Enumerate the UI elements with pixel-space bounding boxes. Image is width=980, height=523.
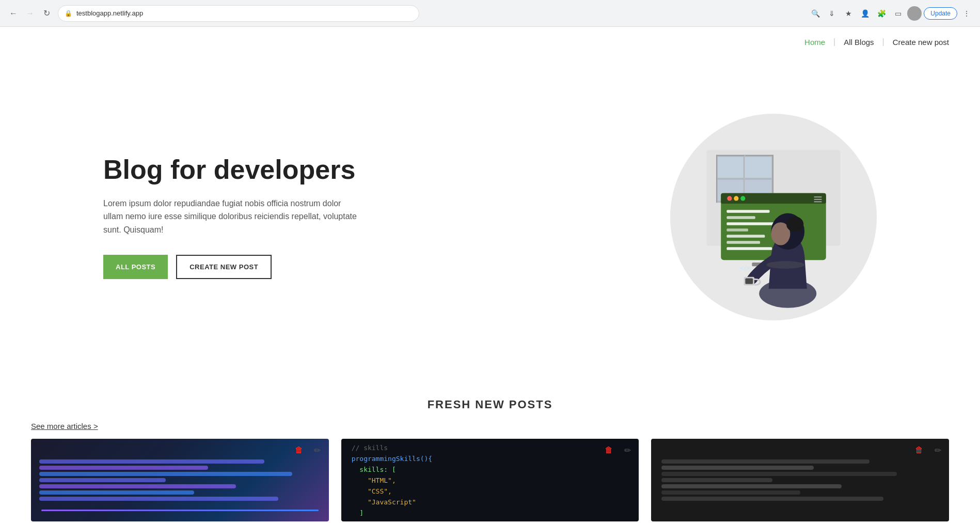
svg-rect-23 — [726, 228, 748, 232]
back-button[interactable]: ← — [6, 6, 21, 21]
search-icon-btn[interactable]: 🔍 — [808, 6, 823, 21]
post-card-1[interactable]: 🗑 ✏ — [31, 439, 329, 521]
hero-section: Blog for developers Lorem ipsum dolor re… — [0, 57, 980, 377]
svg-rect-20 — [726, 210, 769, 213]
svg-rect-25 — [726, 241, 760, 244]
nav-home[interactable]: Home — [804, 38, 825, 47]
svg-rect-32 — [745, 278, 753, 284]
code-line — [39, 472, 292, 476]
code-body-open: skills: [ — [352, 466, 629, 473]
forward-button[interactable]: → — [23, 6, 37, 21]
update-button[interactable]: Update — [924, 7, 957, 20]
nav-create-post[interactable]: Create new post — [893, 38, 949, 47]
code-line — [39, 459, 264, 464]
delete-post-1-button[interactable]: 🗑 — [292, 443, 306, 457]
svg-rect-22 — [726, 222, 779, 225]
browser-nav-buttons: ← → ↻ — [6, 6, 54, 21]
code-line — [39, 497, 278, 501]
post-card-2[interactable]: 🗑 ✏ // skills programmingSkills(){ skill… — [341, 439, 639, 521]
code-item-3: "JavaScript" — [352, 498, 629, 506]
url-text: testblogapp.netlify.app — [76, 9, 143, 17]
posts-grid: 🗑 ✏ 🗑 — [31, 439, 949, 521]
extension-icon-btn[interactable]: 🧩 — [874, 6, 889, 21]
code-line — [39, 478, 166, 482]
code-line — [39, 466, 208, 470]
profile-icon-btn[interactable]: 👤 — [858, 6, 872, 21]
menu-icon-btn[interactable]: ⋮ — [959, 6, 974, 21]
code-line — [661, 484, 842, 488]
code-line-text: programmingSkills(){ — [352, 455, 629, 463]
delete-post-2-button[interactable]: 🗑 — [602, 443, 616, 457]
address-bar[interactable]: 🔒 testblogapp.netlify.app — [58, 5, 419, 22]
post-card-2-actions: 🗑 ✏ — [602, 443, 635, 457]
svg-point-16 — [740, 196, 745, 201]
posts-section-title: FRESH NEW POSTS — [31, 398, 949, 411]
hero-buttons: ALL POSTS CREATE NEW POST — [103, 255, 361, 279]
see-more-link[interactable]: See more articles > — [31, 422, 949, 430]
code-item-1: "HTML", — [352, 476, 629, 484]
svg-point-15 — [734, 196, 738, 201]
site-nav: Home | All Blogs | Create new post — [0, 27, 980, 57]
svg-rect-26 — [726, 247, 772, 250]
avatar[interactable] — [907, 6, 922, 21]
svg-point-30 — [786, 217, 803, 232]
svg-rect-21 — [726, 216, 755, 219]
post-thumbnail-1 — [31, 439, 329, 521]
hero-description: Lorem ipsum dolor repudiandae fugiat nob… — [103, 197, 361, 237]
code-line — [661, 490, 800, 495]
code-lines-1 — [31, 451, 329, 509]
cast-icon-btn[interactable]: ▭ — [891, 6, 905, 21]
downloads-icon-btn[interactable]: ⇓ — [825, 6, 839, 21]
hero-svg: </> — [678, 121, 869, 313]
nav-sep-1: | — [833, 37, 835, 47]
edit-post-1-button[interactable]: ✏ — [310, 443, 325, 457]
code-line — [661, 497, 883, 501]
post-thumbnail-3 — [651, 439, 949, 521]
code-line — [39, 490, 194, 495]
svg-rect-18 — [814, 199, 822, 200]
post-card-3[interactable]: 🗑 ✏ — [651, 439, 949, 521]
nav-sep-2: | — [882, 37, 884, 47]
svg-rect-3 — [716, 155, 717, 203]
svg-text:</>: </> — [740, 265, 750, 271]
edit-post-2-button[interactable]: ✏ — [620, 443, 635, 457]
code-comment: // skills — [352, 444, 629, 452]
svg-rect-8 — [745, 157, 772, 178]
code-snippet: // skills programmingSkills(){ skills: [… — [341, 439, 639, 521]
site-content: Home | All Blogs | Create new post Blog … — [0, 27, 980, 523]
hero-illustration: </> — [670, 114, 877, 320]
code-item-2: "CSS", — [352, 487, 629, 495]
posts-section: FRESH NEW POSTS See more articles > 🗑 ✏ — [0, 377, 980, 523]
bookmark-icon-btn[interactable]: ★ — [841, 6, 856, 21]
delete-post-3-button[interactable]: 🗑 — [912, 443, 926, 457]
code-line — [661, 472, 897, 476]
reload-button[interactable]: ↻ — [39, 6, 54, 21]
post-thumbnail-2: // skills programmingSkills(){ skills: [… — [341, 439, 639, 521]
code-line — [39, 484, 236, 488]
code-lines-3 — [651, 449, 949, 511]
all-posts-button[interactable]: ALL POSTS — [103, 255, 168, 279]
svg-rect-17 — [814, 196, 822, 197]
browser-toolbar-right: 🔍 ⇓ ★ 👤 🧩 ▭ Update ⋮ — [808, 6, 974, 21]
post-card-1-actions: 🗑 ✏ — [292, 443, 325, 457]
svg-point-33 — [766, 261, 804, 269]
svg-point-14 — [727, 196, 732, 201]
hero-text: Blog for developers Lorem ipsum dolor re… — [103, 155, 361, 280]
nav-all-blogs[interactable]: All Blogs — [844, 38, 874, 47]
code-close: ] — [352, 509, 629, 517]
post-card-3-actions: 🗑 ✏ — [912, 443, 945, 457]
illustration-circle: </> — [670, 114, 877, 320]
lock-icon: 🔒 — [65, 10, 72, 17]
svg-rect-6 — [718, 157, 744, 178]
code-line — [661, 478, 772, 482]
edit-post-3-button[interactable]: ✏ — [930, 443, 945, 457]
hero-title: Blog for developers — [103, 155, 361, 184]
svg-rect-19 — [814, 201, 822, 202]
svg-rect-24 — [726, 235, 765, 238]
create-post-button[interactable]: CREATE NEW POST — [176, 255, 272, 279]
code-line — [661, 466, 814, 470]
browser-chrome: ← → ↻ 🔒 testblogapp.netlify.app 🔍 ⇓ ★ 👤 … — [0, 0, 980, 27]
code-line — [661, 459, 870, 464]
